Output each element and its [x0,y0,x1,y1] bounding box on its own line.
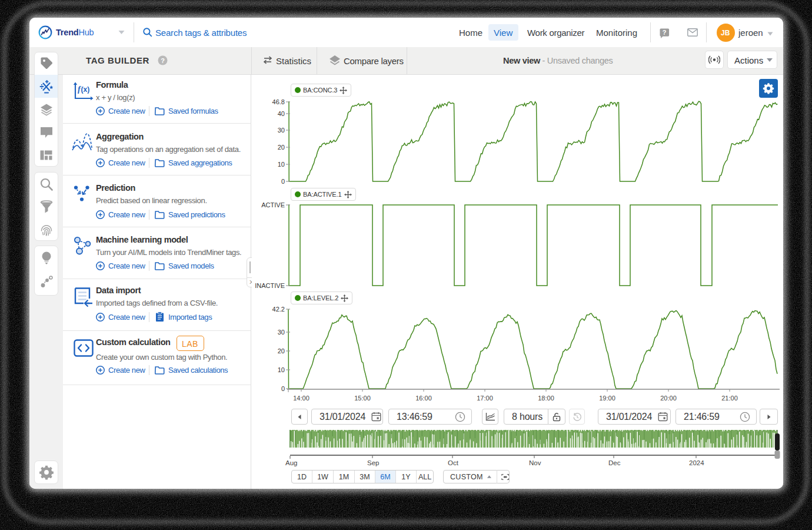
svg-text:?: ? [663,29,667,36]
svg-text:(x): (x) [81,85,90,94]
svg-text:?: ? [161,57,165,64]
